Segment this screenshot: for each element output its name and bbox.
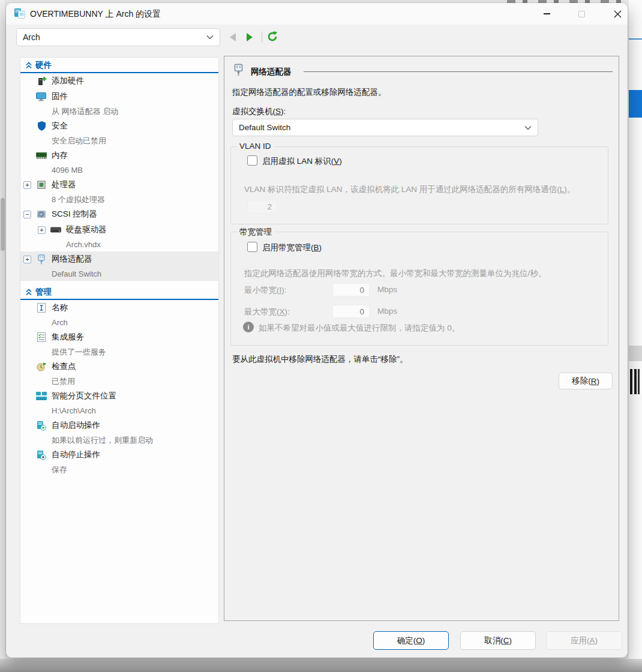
vlan-id-input[interactable]: 2	[247, 200, 277, 214]
background-divider-fragment	[629, 346, 642, 361]
auto-stop-icon	[36, 450, 47, 460]
expander-icon[interactable]: +	[23, 256, 31, 263]
background-scrollbar-thumb[interactable]	[1, 198, 5, 251]
sidebar-item-label: 处理器	[52, 179, 76, 190]
sidebar-item-sub: 提供了一些服务	[20, 345, 218, 359]
window-title: OVERTIMEBUNNY 上 Arch 的设置	[30, 9, 161, 20]
hyperv-settings-icon	[14, 8, 26, 21]
sidebar-item-auto-stop[interactable]: 自动停止操作	[20, 447, 218, 463]
enable-vlan-checkbox[interactable]	[247, 155, 257, 166]
section-label: 管理	[35, 287, 52, 298]
vlan-group-title: VLAN ID	[236, 142, 274, 151]
chevrons-up-icon	[25, 62, 32, 69]
sidebar-item-label: 名称	[52, 302, 68, 313]
vlan-hint: VLAN 标识符指定虚拟 LAN，该虚拟机将此 LAN 用于通过此网络适配器的所…	[244, 184, 601, 195]
max-bandwidth-input[interactable]: 0	[332, 305, 370, 318]
cancel-button[interactable]: 取消(C)	[460, 631, 536, 650]
background-scrollbar[interactable]	[0, 0, 6, 672]
enable-bandwidth-checkbox[interactable]	[247, 242, 257, 252]
network-adapter-panel: 网络适配器 指定网络适配器的配置或移除网络适配器。 虚拟交换机(S): Defa…	[224, 56, 619, 621]
expander-icon[interactable]: −	[23, 211, 31, 218]
sidebar-item-integration-services[interactable]: 集成服务	[20, 329, 218, 345]
add-hardware-icon	[36, 76, 47, 86]
minimize-button[interactable]	[533, 3, 560, 25]
sidebar-item-label: 自动启动操作	[52, 420, 100, 431]
sidebar-item-sub: 8 个虚拟处理器	[20, 193, 218, 206]
sidebar-item-checkpoints[interactable]: 检查点	[20, 359, 218, 374]
vm-selector[interactable]: Arch	[16, 28, 220, 46]
sidebar-item-label: 自动停止操作	[52, 449, 100, 460]
apply-button: 应用(A)	[546, 631, 622, 650]
scsi-controller-icon	[36, 209, 47, 219]
sidebar-item-firmware[interactable]: 固件	[20, 89, 218, 104]
sidebar-item-security[interactable]: 安全	[20, 118, 218, 134]
enable-vlan-label: 启用虚拟 LAN 标识(V)	[262, 156, 342, 167]
bandwidth-hint: 指定此网络适配器使用网络带宽的方式。最小带宽和最大带宽的测量单位为兆位/秒。	[244, 268, 601, 279]
sidebar-item-processor[interactable]: + 处理器	[20, 177, 218, 193]
maximize-button[interactable]	[568, 3, 595, 25]
sidebar-item-network-adapter[interactable]: + 网络适配器	[20, 251, 218, 267]
forward-arrow-icon	[245, 32, 254, 43]
sidebar-item-label: 检查点	[52, 361, 76, 372]
refresh-icon	[266, 31, 278, 43]
virtual-switch-label: 虚拟交换机(S):	[232, 106, 286, 117]
sidebar-item-label: 内存	[52, 150, 68, 161]
processor-icon	[36, 180, 47, 190]
max-bandwidth-label: 最大带宽(X):	[244, 307, 290, 317]
navigate-forward-button[interactable]	[245, 32, 254, 45]
sidebar-item-sub: 已禁用	[20, 374, 218, 388]
sidebar-item-name[interactable]: 名称	[20, 300, 218, 316]
enable-bandwidth-label: 启用带宽管理(B)	[262, 242, 322, 253]
vlan-group: VLAN ID 启用虚拟 LAN 标识(V) VLAN 标识符指定虚拟 LAN，…	[230, 146, 608, 224]
expander-icon[interactable]: +	[38, 226, 46, 234]
max-bandwidth-unit: Mbps	[377, 307, 397, 316]
sidebar-item-hard-drive[interactable]: + 硬盘驱动器	[20, 222, 218, 238]
background-accent-line	[629, 38, 642, 40]
background-taskbar-band	[0, 659, 642, 672]
refresh-button[interactable]	[266, 31, 278, 45]
sidebar-item-sub: 4096 MB	[20, 163, 218, 177]
sidebar-item-scsi-controller[interactable]: − SCSI 控制器	[20, 206, 218, 222]
sidebar-item-sub: 安全启动已禁用	[20, 134, 218, 148]
maximize-icon	[578, 11, 585, 17]
ok-button[interactable]: 确定(O)	[373, 631, 449, 650]
screen: OVERTIMEBUNNY 上 Arch 的设置 Arch	[0, 0, 642, 672]
expander-icon[interactable]: +	[23, 181, 31, 189]
bandwidth-note: 如果不希望对最小值或最大值进行限制，请指定值为 0。	[259, 323, 460, 334]
sidebar-item-sub: H:\Arch\Arch	[20, 404, 218, 418]
auto-start-icon	[36, 421, 47, 431]
sidebar-item-add-hardware[interactable]: 添加硬件	[20, 73, 218, 89]
min-bandwidth-input[interactable]: 0	[332, 283, 370, 296]
info-icon: i	[243, 322, 254, 332]
titlebar[interactable]: OVERTIMEBUNNY 上 Arch 的设置	[6, 3, 628, 25]
checkpoints-icon	[36, 362, 47, 371]
minimize-icon	[544, 13, 550, 14]
network-adapter-icon	[233, 64, 244, 78]
chevron-down-icon	[524, 125, 532, 130]
vm-selector-value: Arch	[23, 32, 206, 42]
sidebar-item-label: SCSI 控制器	[52, 209, 97, 220]
sidebar-section-management[interactable]: 管理	[20, 284, 218, 297]
sidebar-item-memory[interactable]: 内存	[20, 148, 218, 163]
chevron-down-icon	[206, 35, 214, 40]
min-bandwidth-label: 最小带宽(I):	[244, 285, 287, 296]
sidebar-item-sub: 从 网络适配器 启动	[20, 104, 218, 118]
chevrons-up-icon	[25, 289, 32, 296]
remove-hint: 要从此虚拟机中移除网络适配器，请单击“移除”。	[232, 354, 408, 365]
sidebar-section-hardware[interactable]: 硬件	[20, 58, 218, 70]
close-icon	[614, 10, 622, 18]
sidebar-item-sub: Default Switch	[20, 267, 218, 281]
shield-icon	[36, 121, 47, 131]
sidebar-item-label: 安全	[52, 121, 68, 131]
sidebar-item-auto-start[interactable]: 自动启动操作	[20, 418, 218, 433]
navigate-back-button[interactable]	[228, 32, 238, 45]
network-adapter-icon	[36, 254, 47, 265]
remove-button[interactable]: 移除(R)	[559, 373, 613, 389]
sidebar-item-smart-paging[interactable]: 智能分页文件位置	[20, 388, 218, 404]
sidebar-item-label: 硬盘驱动器	[66, 224, 107, 235]
memory-icon	[36, 152, 47, 160]
close-button[interactable]	[604, 3, 631, 25]
back-arrow-icon	[228, 32, 238, 43]
sidebar-item-sub: Arch	[20, 316, 218, 329]
virtual-switch-select[interactable]: Default Switch	[232, 119, 538, 136]
